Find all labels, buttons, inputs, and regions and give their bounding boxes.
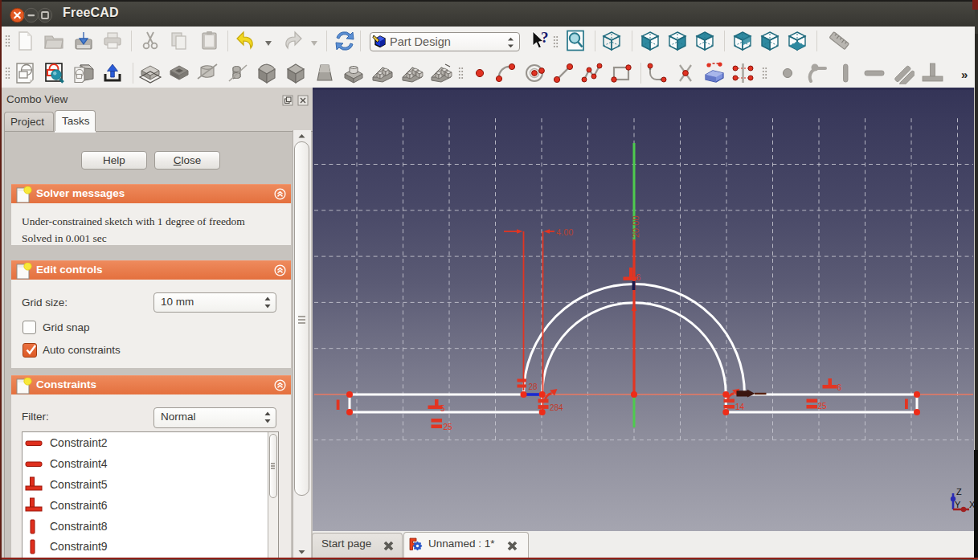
svg-text:25: 25 [444, 423, 453, 431]
svg-text:6: 6 [636, 273, 641, 282]
svg-text:5: 5 [440, 404, 445, 413]
svg-text:4.00: 4.00 [556, 227, 573, 237]
svg-text:28: 28 [529, 382, 538, 391]
svg-text:284: 284 [550, 403, 563, 412]
svg-text:Y: Y [955, 500, 961, 509]
svg-text:?: ? [541, 29, 549, 46]
svg-text:6: 6 [837, 383, 842, 392]
svg-text:14: 14 [735, 403, 745, 411]
svg-text:20.00: 20.00 [631, 215, 640, 238]
svg-text:25: 25 [818, 402, 828, 411]
svg-text:Z: Z [956, 487, 962, 497]
